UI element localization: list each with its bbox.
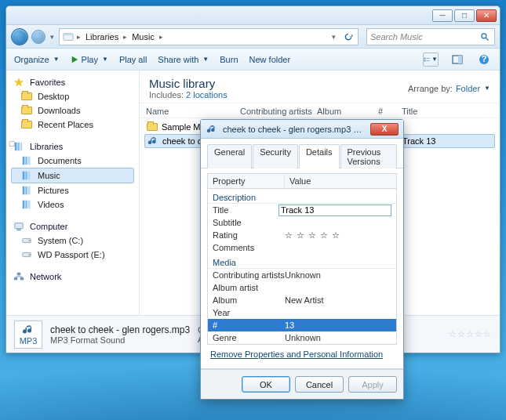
dialog-titlebar[interactable]: cheek to cheek - glen rogers.mp3 Propert…: [201, 120, 403, 139]
sidebar-item-pictures[interactable]: Pictures: [6, 183, 139, 197]
prop-subtitle[interactable]: Subtitle: [208, 216, 396, 229]
svg-rect-26: [23, 201, 25, 209]
collapse-icon[interactable]: ▢: [9, 139, 16, 147]
folder-icon: [20, 91, 33, 102]
prop-genre[interactable]: GenreUnknown: [208, 331, 396, 344]
search-input[interactable]: Search Music: [366, 28, 495, 45]
play-icon: [71, 56, 78, 63]
share-menu[interactable]: Share with▼: [158, 55, 209, 64]
network-icon: [13, 271, 25, 282]
section-media: Media: [208, 255, 396, 269]
grid-header-property[interactable]: Property: [208, 174, 285, 188]
prop-album[interactable]: AlbumNew Artist: [208, 294, 396, 306]
svg-rect-1: [64, 33, 73, 35]
sidebar-item-recent-places[interactable]: Recent Places: [6, 118, 139, 132]
remove-properties-link[interactable]: Remove Properties and Personal Informati…: [207, 345, 397, 359]
svg-rect-17: [23, 157, 25, 165]
col-title[interactable]: Title: [402, 107, 493, 116]
svg-line-3: [486, 38, 489, 40]
tab-details[interactable]: Details: [299, 144, 340, 168]
sidebar-item-downloads[interactable]: Downloads: [6, 103, 139, 118]
prop-album-artist[interactable]: Album artist: [208, 281, 396, 294]
col-num[interactable]: #: [378, 107, 402, 116]
svg-rect-25: [28, 186, 31, 195]
prop-title[interactable]: Title: [208, 204, 396, 216]
locations-link[interactable]: 2 locations: [186, 90, 228, 100]
maximize-button[interactable]: □: [454, 9, 475, 22]
ok-button[interactable]: OK: [242, 376, 290, 393]
svg-rect-27: [25, 201, 27, 209]
col-name[interactable]: Name: [146, 107, 240, 116]
prop-comments[interactable]: Comments: [208, 241, 396, 254]
arrange-label: Arrange by:: [408, 84, 453, 93]
title-input[interactable]: [278, 205, 391, 216]
folder-icon: [20, 119, 33, 130]
computer-icon: [13, 221, 25, 232]
properties-dialog: cheek to cheek - glen rogers.mp3 Propert…: [200, 119, 404, 400]
col-artists[interactable]: Contributing artists: [240, 107, 317, 116]
breadcrumb[interactable]: ▸ Libraries ▸ Music ▸ ▾: [59, 28, 359, 45]
breadcrumb-dropdown-icon[interactable]: ▾: [330, 33, 337, 41]
grid-header-value[interactable]: Value: [285, 174, 396, 188]
prop-rating[interactable]: Rating☆ ☆ ☆ ☆ ☆: [208, 229, 396, 241]
sidebar-network-header[interactable]: Network: [6, 270, 139, 284]
play-menu[interactable]: Play▼: [71, 55, 108, 64]
window-titlebar[interactable]: ─ □ ✕: [6, 6, 500, 25]
includes-label: Includes:: [149, 90, 184, 100]
prop-track-number[interactable]: #13: [208, 319, 396, 331]
breadcrumb-seg-libraries[interactable]: Libraries: [84, 32, 120, 42]
organize-menu[interactable]: Organize▼: [14, 55, 60, 64]
tab-security[interactable]: Security: [253, 144, 298, 168]
cancel-button[interactable]: Cancel: [295, 376, 344, 393]
minimize-button[interactable]: ─: [432, 9, 453, 22]
library-icon: [20, 155, 33, 166]
dialog-title: cheek to cheek - glen rogers.mp3 Propert…: [223, 125, 366, 134]
tab-previous-versions[interactable]: Previous Versions: [340, 144, 397, 168]
sidebar-item-drive[interactable]: System (C:): [6, 234, 139, 248]
svg-rect-36: [20, 277, 24, 281]
tab-general[interactable]: General: [207, 144, 252, 168]
col-album[interactable]: Album: [317, 107, 378, 116]
column-headers[interactable]: Name Contributing artists Album # Title: [140, 103, 500, 118]
sidebar-computer-header[interactable]: Computer: [6, 219, 139, 234]
refresh-icon[interactable]: [342, 31, 355, 43]
apply-button[interactable]: Apply: [348, 376, 397, 393]
back-button[interactable]: [11, 28, 28, 45]
prop-year[interactable]: Year: [208, 306, 396, 319]
prop-contributing-artists[interactable]: Contributing artistsUnknown: [208, 269, 396, 281]
details-rating[interactable]: ☆☆☆☆☆: [449, 329, 492, 339]
drive-icon: [20, 249, 33, 260]
svg-rect-20: [23, 172, 25, 180]
sidebar-item-documents[interactable]: Documents: [6, 154, 139, 168]
chevron-down-icon[interactable]: ▼: [484, 85, 490, 92]
svg-rect-35: [14, 277, 17, 281]
library-title: Music library: [149, 77, 228, 90]
music-file-icon: [206, 124, 218, 135]
close-button[interactable]: ✕: [476, 9, 497, 22]
sidebar-favorites-header[interactable]: Favorites: [6, 75, 139, 89]
nav-root-icon[interactable]: [63, 31, 74, 42]
preview-pane-button[interactable]: [450, 52, 465, 67]
sidebar-item-music[interactable]: Music: [11, 168, 134, 183]
sidebar-libraries-header[interactable]: Libraries: [6, 139, 139, 154]
svg-text:?: ?: [482, 54, 487, 63]
svg-marker-13: [14, 78, 24, 86]
dialog-close-button[interactable]: X: [370, 123, 399, 136]
arrange-value[interactable]: Folder: [456, 84, 480, 93]
property-grid[interactable]: Property Value Description Title Subtitl…: [207, 173, 397, 345]
forward-button[interactable]: [31, 30, 46, 44]
search-placeholder: Search Music: [370, 32, 423, 42]
library-icon: [20, 170, 33, 181]
sidebar-item-drive[interactable]: WD Passport (E:): [6, 248, 139, 262]
sidebar-item-videos[interactable]: Videos: [6, 197, 139, 212]
music-file-icon: [147, 135, 159, 147]
playall-button[interactable]: Play all: [119, 55, 147, 64]
sidebar-item-desktop[interactable]: Desktop: [6, 89, 139, 103]
breadcrumb-seg-music[interactable]: Music: [130, 32, 156, 42]
newfolder-button[interactable]: New folder: [249, 55, 291, 64]
view-mode-button[interactable]: ▼: [423, 52, 439, 67]
svg-rect-22: [28, 172, 31, 180]
burn-button[interactable]: Burn: [220, 55, 238, 64]
help-button[interactable]: ?: [476, 52, 492, 67]
history-dropdown[interactable]: ▾: [49, 33, 56, 41]
